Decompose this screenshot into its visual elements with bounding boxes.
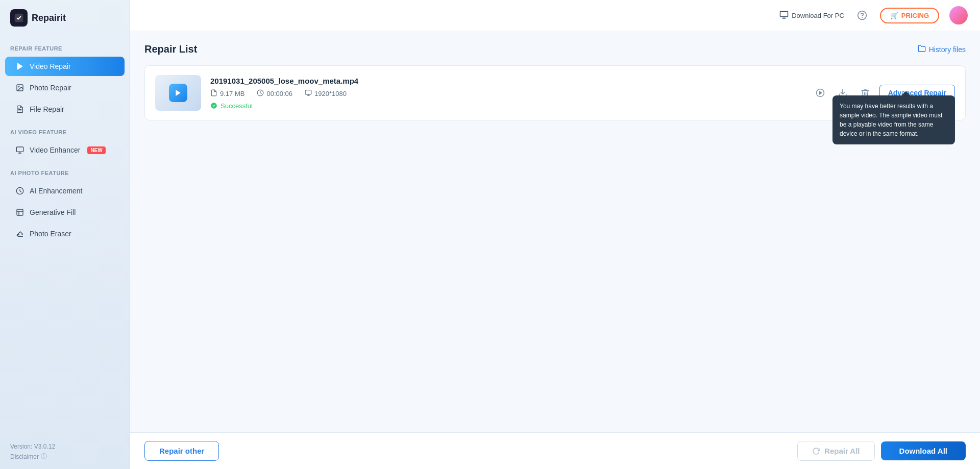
svg-rect-18 <box>305 90 311 94</box>
sidebar-item-photo-repair-label: Photo Repair <box>30 84 71 92</box>
app-name: Repairit <box>32 13 66 23</box>
video-meta: 9.17 MB 00:00:06 <box>210 89 803 98</box>
svg-rect-6 <box>16 147 23 152</box>
sidebar-item-ai-enhancement[interactable]: AI Enhancement <box>5 181 125 201</box>
check-circle-icon <box>210 102 217 109</box>
download-for-pc[interactable]: Download For PC <box>779 10 844 21</box>
repair-other-button[interactable]: Repair other <box>144 441 219 461</box>
sidebar-footer: Version: V3.0.12 Disclaimer ⓘ <box>0 437 130 461</box>
svg-rect-11 <box>780 11 788 17</box>
svg-point-3 <box>18 86 19 87</box>
generative-fill-icon <box>15 208 24 217</box>
folder-icon <box>918 44 926 54</box>
sidebar-item-video-enhancer[interactable]: Video Enhancer NEW <box>5 140 125 160</box>
status-text: Successful <box>220 102 253 110</box>
new-badge: NEW <box>87 146 105 154</box>
sidebar-item-video-repair[interactable]: Video Repair <box>5 57 125 76</box>
sidebar-item-photo-eraser-label: Photo Eraser <box>30 230 71 238</box>
clock-icon <box>257 89 264 98</box>
file-size-icon <box>210 89 217 98</box>
sidebar-item-file-repair-label: File Repair <box>30 105 64 113</box>
help-button[interactable] <box>854 8 870 23</box>
sidebar-item-photo-repair[interactable]: Photo Repair <box>5 78 125 97</box>
content-header: Repair List History files <box>144 43 966 55</box>
user-avatar[interactable] <box>949 6 968 24</box>
sidebar: Repairit Repair Feature Video Repair Pho… <box>0 0 130 469</box>
video-repair-icon <box>15 62 24 71</box>
video-filename: 20191031_205005_lose_moov_meta.mp4 <box>210 77 803 85</box>
history-files-link[interactable]: History files <box>918 44 966 54</box>
advanced-repair-tooltip: You may have better results with a sampl… <box>832 95 955 144</box>
repair-list: 20191031_205005_lose_moov_meta.mp4 9.17 … <box>144 65 966 420</box>
photo-eraser-icon <box>15 229 24 238</box>
ai-enhancement-icon <box>15 186 24 195</box>
preview-button[interactable] <box>812 85 828 101</box>
content-area: Repair List History files <box>130 31 980 432</box>
app-logo: Repairit <box>0 0 130 36</box>
page-title: Repair List <box>144 43 197 55</box>
svg-marker-16 <box>176 90 180 96</box>
repair-all-icon <box>812 447 820 455</box>
download-for-pc-label: Download For PC <box>792 12 844 19</box>
play-button-thumb <box>169 84 187 102</box>
repair-all-button[interactable]: Repair All <box>797 441 874 461</box>
status-badge: Successful <box>210 102 803 110</box>
main-area: Download For PC 🛒 PRICING Repair List <box>130 0 980 469</box>
monitor-icon <box>779 10 789 21</box>
section-ai-video-label: AI Video Feature <box>0 120 130 139</box>
video-thumbnail <box>155 75 201 111</box>
duration-value: 00:00:06 <box>266 90 292 97</box>
history-files-label: History files <box>929 45 966 54</box>
table-row: 20191031_205005_lose_moov_meta.mp4 9.17 … <box>144 65 966 120</box>
disclaimer-link[interactable]: Disclaimer <box>10 453 39 460</box>
sidebar-item-generative-fill-label: Generative Fill <box>30 208 76 216</box>
cart-icon: 🛒 <box>890 12 898 19</box>
section-repair-label: Repair Feature <box>0 36 130 56</box>
photo-repair-icon <box>15 83 24 92</box>
disclaimer-info-icon: ⓘ <box>41 452 47 461</box>
svg-marker-23 <box>819 91 822 94</box>
app-logo-icon <box>10 9 28 27</box>
repair-all-label: Repair All <box>824 447 860 455</box>
resolution-item: 1920*1080 <box>305 89 347 98</box>
sidebar-item-file-repair[interactable]: File Repair <box>5 100 125 119</box>
sidebar-item-generative-fill[interactable]: Generative Fill <box>5 203 125 222</box>
sidebar-item-photo-eraser[interactable]: Photo Eraser <box>5 224 125 243</box>
file-size-item: 9.17 MB <box>210 89 244 98</box>
bottom-right-actions: Repair All Download All <box>797 441 966 461</box>
file-repair-icon <box>15 105 24 114</box>
section-ai-photo-label: AI Photo Feature <box>0 161 130 180</box>
resolution-value: 1920*1080 <box>314 90 347 97</box>
version-text: Version: V3.0.12 <box>10 443 119 450</box>
bottom-bar: Repair other Repair All Download All <box>130 432 980 469</box>
file-size-value: 9.17 MB <box>220 90 244 97</box>
video-info: 20191031_205005_lose_moov_meta.mp4 9.17 … <box>210 77 803 110</box>
download-all-button[interactable]: Download All <box>881 441 966 460</box>
sidebar-item-video-repair-label: Video Repair <box>30 62 71 70</box>
resolution-icon <box>305 89 312 98</box>
video-enhancer-icon <box>15 145 24 155</box>
duration-item: 00:00:06 <box>257 89 292 98</box>
sidebar-item-ai-enhancement-label: AI Enhancement <box>30 187 83 195</box>
sidebar-item-video-enhancer-label: Video Enhancer <box>30 146 80 154</box>
pricing-button[interactable]: 🛒 PRICING <box>880 8 939 23</box>
svg-marker-1 <box>17 63 22 69</box>
svg-rect-10 <box>17 209 23 215</box>
topbar: Download For PC 🛒 PRICING <box>130 0 980 31</box>
